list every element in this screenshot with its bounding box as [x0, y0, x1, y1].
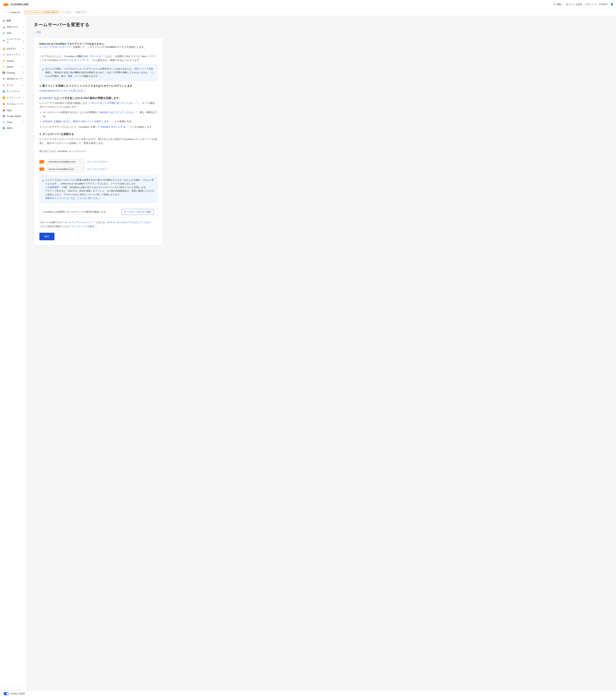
sidebar-item-label: ネットワーク	[7, 90, 20, 93]
dnssec-link[interactable]: DNSSEC	[42, 97, 54, 100]
divider	[40, 51, 157, 52]
add-site-button[interactable]: ⊕ サイトを追加	[566, 3, 582, 6]
back-button[interactable]: ←	[3, 11, 5, 14]
step-1-body: ICANN WHOIS でレジストラを見つける ↗	[40, 89, 157, 93]
nameserver-link[interactable]: ネームサーバー	[55, 46, 72, 48]
sidebar-item-overview[interactable]: ⊞ 概要	[0, 17, 27, 24]
ns-row-2: yisroel.ns.cloudflare.com クリックしてコピー	[40, 166, 157, 172]
sidebar-item-ssl[interactable]: 🔒 SSL/TLS ▾	[0, 46, 27, 51]
main-content: ネームサーバーを変更する 戻る kekke.me は Cloudflare でま…	[27, 16, 616, 697]
sidebar-item-rules[interactable]: 📋 ルール ▾	[0, 82, 27, 88]
pending-domains-link[interactable]: 保留中のドメインについては、こちらをご覧ください。↗	[45, 197, 104, 199]
provider-steps-link[interactable]: プロバイダごとの手順に従ってください ↗	[90, 102, 137, 104]
setup-doc-link[interactable]: セットアップ ドキュメント ↗	[64, 221, 95, 224]
cookie-label[interactable]: Cookie の設定	[11, 692, 25, 695]
ns-1-value: amonda.ns.cloudflare.com	[46, 159, 85, 165]
ns-2-copy-button[interactable]: クリックしてコピー	[87, 167, 107, 171]
chevron-down-icon: ▾	[23, 26, 24, 28]
warn-box-content: レジストラはネームサーバーの変更を処理するのに最大 24 時間かかります（ほとん…	[45, 178, 154, 200]
top-navigation: CLOUDFLARE 🔍 移動... ⊕ サイトを追加 サポート ▾ 日本語 ▾…	[0, 0, 616, 9]
pending-state-link[interactable]: 保留状態 ↗	[50, 186, 62, 189]
brand-name: CLOUDFLARE	[11, 3, 29, 6]
chevron-down-icon: ▾	[23, 32, 24, 34]
topnav-actions: 🔍 移動... ⊕ サイトを追加 サポート ▾ 日本語 ▾ 👤	[553, 3, 613, 6]
sidebar-item-email[interactable]: ✉ メール アドレス ▾	[0, 36, 27, 46]
email-icon: ✉	[2, 40, 5, 42]
ns-1-copy-button[interactable]: クリックしてコピー	[87, 160, 107, 164]
sidebar-item-network[interactable]: 🌐 ネットワーク	[0, 88, 27, 94]
step-2: 2. DNSSEC によって引き起こされる DNS 解決の問題を回避します。 レ…	[40, 97, 157, 129]
sidebar-item-zaraz[interactable]: ⊙ Zaraz ▾	[0, 119, 27, 125]
chevron-down-icon: ▾	[23, 40, 24, 42]
dnssec-on-link[interactable]: DNSSEC をオンにする ↗	[101, 125, 129, 128]
dns-records-link[interactable]: DNS レコード	[134, 68, 149, 70]
apps-icon: ▦	[2, 109, 5, 112]
continue-button[interactable]: 続行	[40, 233, 55, 240]
support-button[interactable]: サポート ▾	[585, 3, 596, 6]
sidebar-item-label: セキュリティ	[7, 53, 20, 56]
sidebar-item-label: Apps	[7, 109, 12, 112]
sidebar-item-label: カスタム ページ	[7, 102, 23, 106]
page-title: ネームサーバーを変更する	[34, 22, 609, 28]
cache-icon: 💾	[2, 71, 5, 74]
sidebar-item-label: メール アドレス	[7, 38, 22, 44]
plan-badge: Free プラン	[74, 10, 89, 14]
sidebar-item-label: ルール	[7, 84, 14, 87]
account-button[interactable]: 👤	[611, 3, 613, 5]
feedback-link[interactable]: フィードバックを送信 ↗	[71, 225, 97, 228]
sidebar-item-workers[interactable]: ⚙ Workers ルート	[0, 76, 27, 82]
step-2-option-2: DNSSEC を無効にせずに、既存の DNS ゾーンを移行します。↗ より高度な…	[43, 120, 157, 124]
back-link[interactable]: 戻る	[34, 31, 41, 34]
sidebar-item-traffic[interactable]: 📶 トラフィック ▾	[0, 94, 27, 101]
workers-icon: ⚙	[2, 77, 5, 80]
zaraz-icon: ⊙	[2, 121, 5, 123]
sidebar-item-analytics[interactable]: 📊 分析とログ ▾	[0, 24, 27, 30]
speed-icon: ⚡	[2, 65, 5, 68]
page-layout: ⊞ 概要 📊 分析とログ ▾ 🔗 DNS ▾ ✉ メール アドレス ▾ 🔒 SS…	[0, 16, 616, 697]
sidebar: ⊞ 概要 📊 分析とログ ▾ 🔗 DNS ▾ ✉ メール アドレス ▾ 🔒 SS…	[0, 16, 27, 697]
cookie-toggle[interactable]	[3, 692, 9, 695]
dnssec-off-link[interactable]: DNSSEC をオフにしてください ↗	[99, 111, 137, 114]
step-1-title: 1. 親ドメインを登録したドメイン レジストラまたはリセラーにログインします	[40, 84, 157, 88]
sidebar-item-scrape-shield[interactable]: 🔮 Scrape Shield	[0, 113, 27, 119]
sidebar-item-web3[interactable]: 🌀 Web3	[0, 125, 27, 131]
search-button[interactable]: 🔍 移動...	[553, 3, 563, 6]
chevron-down-icon: ▾	[23, 66, 24, 68]
support-portal-link[interactable]: サポート ポータルにアクセスしてください。	[107, 221, 153, 224]
sidebar-item-speed[interactable]: ⚡ Speed ▾	[0, 64, 27, 70]
site-selector[interactable]: 📄 kekke.me	[7, 11, 22, 14]
sidebar-item-custom-pages[interactable]: 🎨 カスタム ページ	[0, 101, 27, 107]
info-box-text: ほとんどの場合、このプロセスによってダウンタイムが発生することはありませんが、D…	[45, 67, 154, 78]
sidebar-item-caching[interactable]: 💾 Caching ▾	[0, 70, 27, 76]
sidebar-item-label: Zaraz	[7, 121, 12, 123]
step-2-option-1: ネームサーバーを更新する少なくとも 24 時間前に DNSSEC をオフにしてく…	[43, 110, 157, 119]
sidebar-item-label: Scrape Shield	[7, 115, 21, 118]
svg-point-6	[40, 161, 42, 162]
sidebar-item-apps[interactable]: ▦ Apps	[0, 107, 27, 113]
dns-provider-link[interactable]: DNS プロバイダ ↗	[83, 55, 104, 58]
language-selector[interactable]: 日本語 ▾	[599, 3, 607, 6]
info-box: ℹ ほとんどの場合、このプロセスによってダウンタイムが発生することはありませんが…	[40, 64, 157, 80]
sidebar-item-label: Access	[7, 60, 14, 62]
star-button[interactable]: ☆ スター	[61, 10, 73, 14]
sidebar-item-security[interactable]: 🛡 セキュリティ ▾	[0, 51, 27, 58]
inactive-notice: kekke.me は Cloudflare でまだアクティブではありません。 レ…	[40, 42, 157, 49]
inactive-title: kekke.me は Cloudflare でまだアクティブではありません。	[40, 42, 106, 45]
sidebar-item-access[interactable]: 🔑 Access	[0, 58, 27, 64]
icann-whois-link[interactable]: ICANN WHOIS でレジストラを見つける ↗	[40, 89, 86, 92]
content-card: kekke.me は Cloudflare でまだアクティブではありません。 レ…	[34, 37, 163, 246]
global-network-link[interactable]: グローバル ネットワーク ↗	[61, 59, 92, 61]
overview-link[interactable]: 概要	[68, 75, 73, 77]
sidebar-item-dns[interactable]: 🔗 DNS ▾	[0, 30, 27, 36]
chevron-down-icon: ▾	[23, 84, 24, 86]
shield-icon: 🛡	[2, 53, 5, 56]
dnssec-migrate-link[interactable]: DNSSEC を無効にせずに、既存の DNS ゾーンを移行します。↗	[43, 120, 114, 123]
info-icon: ℹ	[42, 68, 43, 78]
web3-icon: 🌀	[2, 127, 5, 130]
ns-2-value: yisroel.ns.cloudflare.com	[46, 166, 85, 172]
scrape-shield-icon: 🔮	[2, 115, 5, 118]
check-nameserver-button[interactable]: ネームサーバを今すぐ確認	[121, 209, 154, 215]
sidebar-item-label: DNS	[7, 32, 11, 34]
registrar-link[interactable]: レジストラ	[40, 46, 52, 48]
dns-info-text: このプロセスにより、Cloudflare が機能 DNS プロバイダ ↗ となり…	[40, 55, 157, 62]
